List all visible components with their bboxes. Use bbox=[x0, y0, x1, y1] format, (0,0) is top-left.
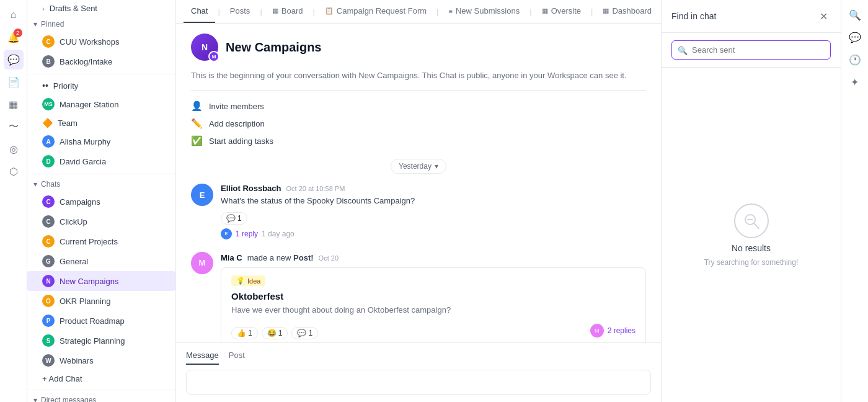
elliot-message-content: Elliot Rossbach Oct 20 at 10:58 PM What'… bbox=[221, 184, 646, 239]
message-input-box[interactable] bbox=[186, 370, 651, 395]
chats-chevron: ▾ bbox=[33, 180, 37, 189]
sidebar-item-webinars[interactable]: W Webinars bbox=[27, 351, 175, 370]
dashboard-icon[interactable]: ▦ bbox=[4, 94, 24, 114]
post-reaction-thumbs[interactable]: 👍 1 bbox=[231, 327, 258, 339]
sidebar-item-priority[interactable]: •• Priority bbox=[27, 77, 175, 94]
input-tab-post[interactable]: Post bbox=[229, 351, 245, 365]
tasks-label: Start adding tasks bbox=[209, 136, 273, 146]
channel-sub-avatar: M bbox=[208, 51, 219, 62]
elliot-msg-header: Elliot Rossbach Oct 20 at 10:58 PM bbox=[221, 184, 646, 193]
laugh-count: 1 bbox=[278, 329, 283, 337]
sidebar-item-new-campaigns[interactable]: N New Campaigns bbox=[27, 271, 175, 291]
tab-campaign-form[interactable]: 📋 Campaign Request Form bbox=[317, 0, 434, 23]
sidebar-item-manager-station[interactable]: MS Manager Station bbox=[27, 94, 175, 114]
tab-new-submissions[interactable]: ≡ New Submissions bbox=[441, 0, 527, 23]
clickup-avatar: C bbox=[42, 215, 55, 228]
tab-board[interactable]: ▦ Board bbox=[265, 0, 311, 23]
mia-time: Oct 20 bbox=[319, 254, 339, 262]
tab-chat[interactable]: Chat bbox=[184, 0, 215, 23]
sidebar-item-david[interactable]: D David Garcia bbox=[27, 151, 175, 171]
sidebar-item-current-projects[interactable]: C Current Projects ✏️ bbox=[27, 231, 175, 251]
description-label: Add description bbox=[209, 119, 265, 128]
no-results-icon bbox=[734, 203, 769, 238]
sidebar-item-product-roadmap[interactable]: P Product Roadmap bbox=[27, 311, 175, 331]
post-tag: 💡 Idea bbox=[231, 275, 265, 286]
product-roadmap-avatar: P bbox=[42, 315, 55, 327]
elliot-reply-avatar: E bbox=[221, 228, 232, 239]
tab-board-label: Board bbox=[281, 6, 303, 16]
chat-icon[interactable]: 💬 bbox=[4, 50, 24, 69]
david-label: David Garcia bbox=[60, 157, 106, 166]
general-avatar: G bbox=[42, 255, 55, 267]
strategic-label: Strategic Planning bbox=[60, 336, 125, 346]
sidebar-item-okr[interactable]: O OKR Planning bbox=[27, 291, 175, 311]
star-icon[interactable]: ✦ bbox=[845, 72, 865, 92]
find-search-input[interactable] bbox=[671, 40, 831, 60]
post-replies[interactable]: M 2 replies bbox=[590, 324, 636, 337]
thumbs-count: 1 bbox=[248, 329, 252, 337]
date-chip[interactable]: Yesterday ▾ bbox=[391, 159, 446, 174]
spaces-icon[interactable]: ⬡ bbox=[4, 161, 24, 181]
sidebar-pinned-header[interactable]: ▾ Pinned bbox=[27, 17, 175, 32]
tab-posts[interactable]: Posts bbox=[223, 0, 258, 23]
sidebar-dm-header[interactable]: ▾ Direct messages bbox=[27, 393, 175, 402]
tab-dashboard-label: Dashboard bbox=[612, 6, 652, 16]
post-reaction-laugh[interactable]: 😂 1 bbox=[262, 327, 288, 339]
sidebar-item-add-chat[interactable]: + Add Chat bbox=[27, 370, 175, 387]
invite-members-action[interactable]: 👤 Invite members bbox=[191, 100, 646, 112]
add-description-action[interactable]: ✏️ Add description bbox=[191, 118, 646, 129]
sidebar-item-backlog[interactable]: B Backlog/Intake bbox=[27, 51, 175, 71]
find-search-icon: 🔍 bbox=[678, 45, 688, 55]
start-tasks-action[interactable]: ✅ Start adding tasks bbox=[191, 135, 646, 146]
goals-icon[interactable]: ◎ bbox=[4, 139, 24, 159]
drafts-sent-arrow: › bbox=[42, 5, 45, 12]
sidebar-item-cuu-workshops[interactable]: C CUU Workshops bbox=[27, 32, 175, 51]
sidebar-item-general[interactable]: G General bbox=[27, 251, 175, 271]
tab-dashboard[interactable]: ▦ Dashboard bbox=[595, 0, 659, 23]
post-title: Oktoberfest bbox=[231, 291, 636, 302]
mia-msg-avatar: M bbox=[191, 252, 213, 274]
current-projects-avatar: C bbox=[42, 235, 55, 248]
tab-oversite[interactable]: ▦ Oversite bbox=[534, 0, 588, 23]
team-label: Team bbox=[58, 118, 78, 128]
team-icon: 🔶 bbox=[42, 118, 53, 128]
sidebar-item-clickup[interactable]: C ClickUp bbox=[27, 212, 175, 231]
post-card: 💡 Idea Oktoberfest Have we ever thought … bbox=[221, 267, 646, 342]
post-reply-avatar: M bbox=[590, 324, 604, 337]
pinned-label: Pinned bbox=[41, 20, 64, 29]
submissions-icon: ≡ bbox=[448, 7, 452, 15]
docs-icon[interactable]: 📄 bbox=[4, 72, 24, 92]
sidebar-item-campaigns[interactable]: C Campaigns bbox=[27, 192, 175, 212]
post-reaction-chat[interactable]: 💬 1 bbox=[291, 327, 318, 339]
find-input-wrap: 🔍 bbox=[662, 33, 841, 68]
board-icon: ▦ bbox=[272, 7, 278, 15]
find-close-button[interactable]: ✕ bbox=[816, 9, 831, 24]
sidebar-chats-header[interactable]: ▾ Chats bbox=[27, 177, 175, 192]
date-chip-chevron: ▾ bbox=[435, 162, 438, 171]
main-area: Chat | Posts | ▦ Board | 📋 Campaign Requ… bbox=[176, 0, 661, 402]
input-tab-message[interactable]: Message bbox=[186, 351, 219, 365]
search-icon[interactable]: 🔍 bbox=[845, 5, 865, 25]
home-icon[interactable]: ⌂ bbox=[4, 5, 24, 25]
channel-description: This is the beginning of your conversati… bbox=[191, 71, 646, 91]
sidebar-item-drafts-sent[interactable]: › Drafts & Sent bbox=[27, 0, 175, 17]
post-tag-emoji: 💡 bbox=[236, 277, 245, 285]
pulse-icon[interactable]: 〜 bbox=[4, 117, 24, 136]
elliot-text: What's the status of the Spooky Discount… bbox=[221, 195, 646, 207]
notifications-icon[interactable]: 🔔 2 bbox=[4, 27, 24, 47]
history-icon[interactable]: 🕐 bbox=[845, 50, 865, 69]
elliot-reaction-1[interactable]: 💬 1 bbox=[221, 212, 247, 225]
post-tag-label: Idea bbox=[247, 277, 260, 285]
sidebar-item-team[interactable]: 🔶 Team bbox=[27, 114, 175, 132]
sidebar-item-strategic[interactable]: S Strategic Planning bbox=[27, 331, 175, 351]
elliot-reply-row[interactable]: E 1 reply 1 day ago bbox=[221, 228, 646, 239]
pinned-chevron: ▾ bbox=[33, 20, 37, 29]
tab-new-submissions-label: New Submissions bbox=[456, 6, 520, 16]
notification-badge: 2 bbox=[14, 29, 22, 37]
sidebar-item-alisha[interactable]: A Alisha Murphy bbox=[27, 132, 175, 151]
channel-header: N M New Campaigns bbox=[191, 34, 646, 61]
comment-icon[interactable]: 💬 bbox=[845, 27, 865, 47]
thumbs-emoji: 👍 bbox=[237, 329, 246, 337]
tab-divider-5: | bbox=[528, 7, 533, 16]
find-header: Find in chat ✕ bbox=[662, 0, 841, 33]
